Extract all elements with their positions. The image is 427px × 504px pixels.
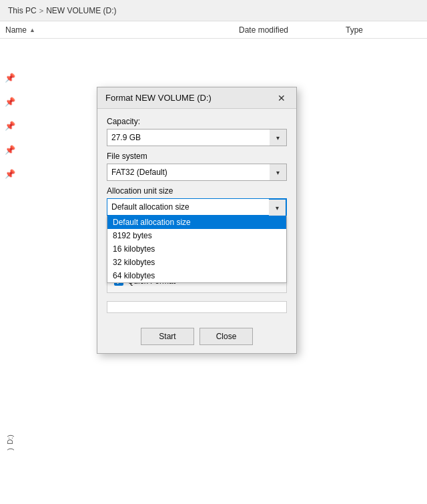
capacity-select[interactable]: 27.9 GB — [107, 129, 287, 146]
close-button[interactable]: Close — [199, 328, 253, 345]
sort-arrow-icon: ▲ — [29, 27, 35, 33]
filesystem-select[interactable]: FAT32 (Default) — [107, 164, 287, 181]
allocation-option-16k-label: 16 kilobytes — [113, 244, 155, 254]
format-dialog: Format NEW VOLUME (D:) ✕ Capacity: 27.9 … — [97, 87, 297, 354]
dialog-body: Capacity: 27.9 GB ▾ File system FAT32 (D… — [97, 109, 296, 321]
bottom-items: D:) ) — [0, 435, 20, 451]
breadcrumb-separator: > — [39, 7, 43, 15]
dialog-close-icon-button[interactable]: ✕ — [274, 90, 290, 106]
column-name[interactable]: Name ▲ — [5, 25, 239, 35]
breadcrumb-part1: This PC — [8, 6, 37, 15]
capacity-label: Capacity: — [107, 117, 287, 126]
dialog-footer: Start Close — [97, 321, 296, 353]
allocation-dropdown[interactable]: Default allocation size ▾ Default alloca… — [107, 198, 287, 216]
allocation-option-16k[interactable]: 16 kilobytes — [107, 242, 286, 256]
pin-icon-4[interactable]: 📌 — [5, 144, 15, 155]
pin-icon-2[interactable]: 📌 — [5, 96, 15, 107]
allocation-option-32k[interactable]: 32 kilobytes — [107, 256, 286, 269]
allocation-dropdown-trigger[interactable]: Default allocation size ▾ — [107, 198, 287, 216]
allocation-option-default[interactable]: Default allocation size — [107, 216, 286, 229]
breadcrumb-part2: NEW VOLUME (D:) — [46, 6, 116, 15]
progress-bar-container — [107, 301, 287, 313]
column-date-modified[interactable]: Date modified — [239, 25, 346, 35]
pin-icon-3[interactable]: 📌 — [5, 120, 15, 131]
close-icon: ✕ — [278, 93, 286, 103]
pin-icon-1[interactable]: 📌 — [5, 72, 15, 83]
bottom-label-1: D:) — [6, 435, 14, 445]
allocation-dropdown-list: Default allocation size 8192 bytes 16 ki… — [107, 216, 287, 283]
column-type[interactable]: Type — [346, 25, 412, 35]
capacity-select-wrapper: 27.9 GB ▾ — [107, 129, 287, 146]
filesystem-select-wrapper: FAT32 (Default) ▾ — [107, 164, 287, 181]
dialog-title: Format NEW VOLUME (D:) — [105, 93, 211, 103]
column-headers: Name ▲ Date modified Type — [0, 21, 427, 39]
pin-icon-5[interactable]: 📌 — [5, 168, 15, 179]
filesystem-label: File system — [107, 152, 287, 161]
allocation-dropdown-value: Default allocation size — [111, 202, 189, 212]
allocation-option-default-label: Default allocation size — [113, 218, 191, 227]
bottom-label-2: ) — [6, 448, 14, 451]
allocation-option-64k[interactable]: 64 kilobytes — [107, 269, 286, 282]
breadcrumb: This PC > NEW VOLUME (D:) — [0, 0, 427, 21]
dialog-title-bar: Format NEW VOLUME (D:) ✕ — [97, 87, 296, 109]
allocation-option-32k-label: 32 kilobytes — [113, 258, 155, 267]
allocation-dropdown-arrow-icon: ▾ — [269, 199, 286, 216]
allocation-option-64k-label: 64 kilobytes — [113, 271, 155, 280]
start-button[interactable]: Start — [141, 328, 194, 345]
allocation-option-8192-label: 8192 bytes — [113, 231, 152, 240]
allocation-label: Allocation unit size — [107, 186, 287, 196]
allocation-option-8192[interactable]: 8192 bytes — [107, 229, 286, 242]
